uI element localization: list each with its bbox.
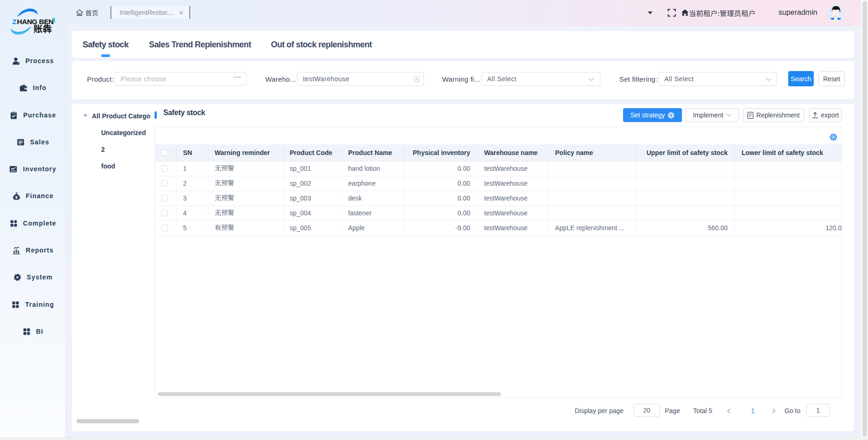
svg-text:Z: Z <box>13 18 17 26</box>
